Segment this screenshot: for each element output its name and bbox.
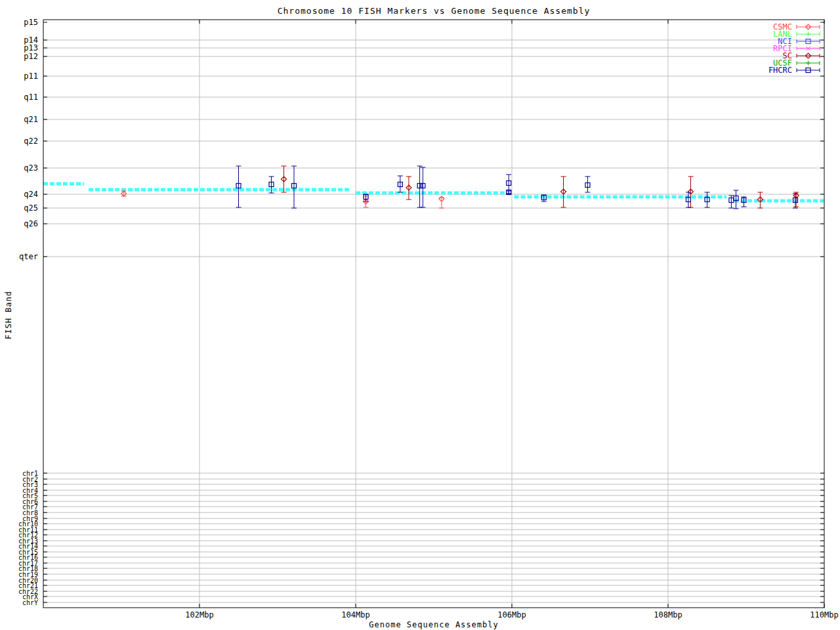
band-tick-label: q26: [24, 219, 38, 228]
band-tick-label: p15: [24, 18, 38, 27]
band-tick-label: q24: [24, 190, 38, 199]
x-tick-label: 106Mbp: [497, 610, 526, 620]
band-tick-label: q23: [24, 163, 38, 173]
fish-marker-chart: 102Mbp104Mbp106Mbp108Mbp110Mbpp15p14p13p…: [0, 0, 840, 630]
legend-label: FHCRC: [768, 66, 792, 75]
chart-title: Chromosome 10 FISH Markers vs Genome Seq…: [43, 6, 824, 16]
y-axis-label: FISH Band: [4, 291, 13, 339]
x-tick-label: 110Mbp: [810, 610, 838, 620]
x-tick-label: 108Mbp: [654, 610, 682, 620]
chr-tick-label: chrY: [22, 599, 38, 606]
band-tick-label: q11: [24, 93, 38, 102]
band-tick-label: p13: [24, 43, 38, 52]
x-axis-label: Genome Sequence Assembly: [43, 620, 824, 629]
band-tick-label: qter: [19, 252, 38, 261]
x-tick-label: 104Mbp: [341, 610, 369, 620]
x-tick-label: 102Mbp: [185, 610, 213, 620]
band-tick-label: q21: [24, 115, 38, 124]
plot-border: [43, 20, 824, 608]
band-tick-label: p11: [24, 72, 38, 81]
band-tick-label: q22: [24, 136, 38, 146]
plot-area: 102Mbp104Mbp106Mbp108Mbp110Mbpp15p14p13p…: [0, 0, 840, 630]
band-tick-label: p12: [24, 52, 38, 61]
band-tick-label: q25: [24, 203, 38, 213]
